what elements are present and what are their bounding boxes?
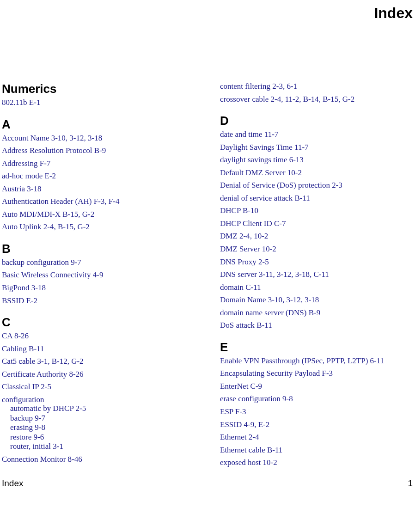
index-entry[interactable]: Default DMZ Server 10-2 bbox=[220, 168, 415, 177]
index-entry[interactable]: Ethernet 2-4 bbox=[220, 433, 415, 442]
left-column: Numerics802.11b E-1AAccount Name 3-10, 3… bbox=[0, 82, 197, 471]
index-entry[interactable]: content filtering 2-3, 6-1 bbox=[220, 82, 415, 91]
right-column: content filtering 2-3, 6-1crossover cabl… bbox=[220, 82, 415, 471]
index-entry[interactable]: Ethernet cable B-11 bbox=[220, 446, 415, 455]
index-entry[interactable]: Connection Monitor 8-46 bbox=[2, 455, 197, 464]
index-entry[interactable]: Encapsulating Security Payload F-3 bbox=[220, 369, 415, 378]
index-entry[interactable]: Account Name 3-10, 3-12, 3-18 bbox=[2, 134, 197, 143]
index-entry[interactable]: Daylight Savings Time 11-7 bbox=[220, 143, 415, 152]
section-header: B bbox=[2, 242, 197, 256]
index-entry[interactable]: configuration bbox=[2, 395, 197, 404]
index-entry[interactable]: erase configuration 9-8 bbox=[220, 394, 415, 404]
index-entry[interactable]: Austria 3-18 bbox=[2, 184, 197, 194]
index-entry[interactable]: Classical IP 2-5 bbox=[2, 382, 197, 391]
index-entry[interactable]: DNS server 3-11, 3-12, 3-18, C-11 bbox=[220, 270, 415, 279]
index-entry[interactable]: EnterNet C-9 bbox=[220, 382, 415, 391]
index-page: Index Numerics802.11b E-1AAccount Name 3… bbox=[0, 5, 415, 489]
index-entry[interactable]: ESSID 4-9, E-2 bbox=[220, 420, 415, 429]
index-entry[interactable]: DHCP B-10 bbox=[220, 206, 415, 215]
index-entry[interactable]: denial of service attack B-11 bbox=[220, 194, 415, 203]
index-entry[interactable]: DMZ Server 10-2 bbox=[220, 245, 415, 254]
index-entry[interactable]: Domain Name 3-10, 3-12, 3-18 bbox=[220, 295, 415, 305]
index-entry[interactable]: BigPond 3-18 bbox=[2, 283, 197, 293]
index-entry[interactable]: CA 8-26 bbox=[2, 331, 197, 341]
section-header: C bbox=[2, 315, 197, 330]
index-entry[interactable]: Basic Wireless Connectivity 4-9 bbox=[2, 270, 197, 280]
index-entry[interactable]: DoS attack B-11 bbox=[220, 321, 415, 330]
index-entry[interactable]: Authentication Header (AH) F-3, F-4 bbox=[2, 197, 197, 206]
index-entry[interactable]: crossover cable 2-4, 11-2, B-14, B-15, G… bbox=[220, 95, 415, 104]
index-entry[interactable]: DMZ 2-4, 10-2 bbox=[220, 232, 415, 241]
index-subentry[interactable]: automatic by DHCP 2-5 bbox=[10, 404, 197, 413]
index-entry[interactable]: Certificate Authority 8-26 bbox=[2, 370, 197, 379]
index-entry[interactable]: Cabling B-11 bbox=[2, 344, 197, 354]
index-entry[interactable]: BSSID E-2 bbox=[2, 296, 197, 306]
index-entry[interactable]: Cat5 cable 3-1, B-12, G-2 bbox=[2, 357, 197, 366]
section-header: E bbox=[220, 340, 415, 355]
index-subentry[interactable]: restore 9-6 bbox=[10, 433, 197, 442]
index-entry[interactable]: Auto MDI/MDI-X B-15, G-2 bbox=[2, 210, 197, 219]
index-entry[interactable]: backup configuration 9-7 bbox=[2, 258, 197, 267]
section-header: D bbox=[220, 114, 415, 128]
footer-label: Index bbox=[2, 478, 23, 489]
index-entry[interactable]: Denial of Service (DoS) protection 2-3 bbox=[220, 181, 415, 190]
section-header: Numerics bbox=[2, 82, 197, 96]
index-entry[interactable]: ad-hoc mode E-2 bbox=[2, 171, 197, 181]
index-entry[interactable]: date and time 11-7 bbox=[220, 130, 415, 139]
index-entry[interactable]: Addressing F-7 bbox=[2, 159, 197, 168]
index-columns: Numerics802.11b E-1AAccount Name 3-10, 3… bbox=[0, 82, 415, 471]
index-entry[interactable]: daylight savings time 6-13 bbox=[220, 155, 415, 165]
index-entry[interactable]: Auto Uplink 2-4, B-15, G-2 bbox=[2, 222, 197, 232]
footer: Index 1 bbox=[0, 478, 415, 489]
index-entry[interactable]: DNS Proxy 2-5 bbox=[220, 257, 415, 267]
index-entry[interactable]: Enable VPN Passthrough (IPSec, PPTP, L2T… bbox=[220, 356, 415, 366]
index-entry[interactable]: exposed host 10-2 bbox=[220, 458, 415, 467]
index-entry[interactable]: DHCP Client ID C-7 bbox=[220, 219, 415, 228]
page-number: 1 bbox=[408, 478, 413, 489]
index-entry[interactable]: ESP F-3 bbox=[220, 407, 415, 416]
index-subentry[interactable]: router, initial 3-1 bbox=[10, 442, 197, 451]
index-subentry[interactable]: erasing 9-8 bbox=[10, 423, 197, 432]
page-title: Index bbox=[0, 5, 413, 22]
index-subentry[interactable]: backup 9-7 bbox=[10, 414, 197, 423]
index-entry[interactable]: domain C-11 bbox=[220, 283, 415, 292]
section-header: A bbox=[2, 117, 197, 132]
index-entry[interactable]: domain name server (DNS) B-9 bbox=[220, 308, 415, 318]
index-entry[interactable]: 802.11b E-1 bbox=[2, 98, 197, 107]
index-entry[interactable]: Address Resolution Protocol B-9 bbox=[2, 146, 197, 155]
